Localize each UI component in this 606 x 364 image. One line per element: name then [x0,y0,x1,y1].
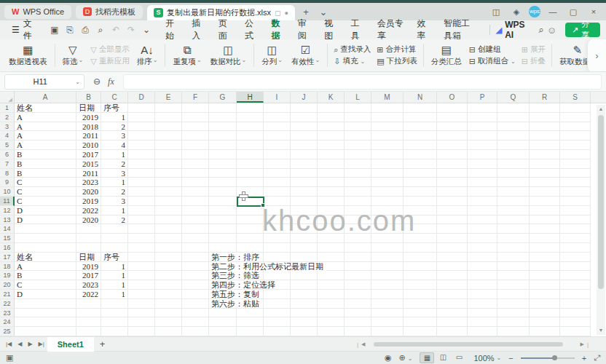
cell-P24[interactable] [468,317,497,327]
row-header-5[interactable]: 5 [0,141,15,150]
cell-R6[interactable] [530,150,560,159]
cell-B2[interactable]: 2019 [76,113,101,122]
cell-Q10[interactable] [497,187,530,197]
cell-S10[interactable] [560,187,591,197]
cell-K19[interactable] [318,271,345,280]
cell-E18[interactable] [155,262,182,272]
column-header-O[interactable]: O [437,92,468,103]
cell-C16[interactable] [101,243,128,253]
selection-mode-icon[interactable]: ⊕ ⌄ [398,353,412,363]
cell-S11[interactable] [560,197,591,206]
cell-N19[interactable] [404,271,437,280]
cell-F9[interactable] [182,178,209,187]
row-header-15[interactable]: 15 [0,234,15,243]
cell-G19[interactable]: 第三步：筛选 [209,271,237,280]
cell-R12[interactable] [530,206,560,215]
cell-O16[interactable] [437,243,468,253]
cell-Q15[interactable] [497,234,530,243]
cell-B10[interactable]: 2020 [76,187,101,197]
cell-Q5[interactable] [497,141,530,150]
column-header-P[interactable]: P [468,92,497,103]
cell-H25[interactable] [237,327,264,336]
cell-O6[interactable] [437,150,468,159]
cell-R25[interactable] [530,327,560,336]
cell-Q14[interactable] [497,224,530,234]
cell-D15[interactable] [128,234,155,243]
toolbar-合并计算[interactable]: ⊞合并计算 [374,44,419,55]
cell-D7[interactable] [128,159,155,169]
cell-O25[interactable] [437,327,468,336]
scroll-up-icon[interactable]: ▲ [599,105,604,114]
cell-K10[interactable] [318,187,345,197]
cell-J16[interactable] [291,243,318,253]
cell-S19[interactable] [560,271,591,280]
cell-G15[interactable] [209,234,237,243]
cell-E22[interactable] [155,299,182,309]
tab-docer-templates[interactable]: D 找稻壳模板 [76,5,143,19]
cell-S24[interactable] [560,317,591,327]
cell-E9[interactable] [155,178,182,187]
cell-S15[interactable] [560,234,591,243]
cell-I4[interactable] [264,131,291,141]
row-header-9[interactable]: 9 [0,178,15,187]
cell-B23[interactable] [76,309,101,318]
zoom-caret-icon[interactable]: ⌄ [497,355,502,361]
cell-C6[interactable]: 1 [101,150,128,159]
cell-J2[interactable] [291,113,318,122]
cell-S23[interactable] [560,309,591,318]
cell-C9[interactable]: 1 [101,178,128,187]
add-sheet-button[interactable]: + [94,339,111,349]
cell-C5[interactable]: 4 [101,141,128,150]
cell-C22[interactable] [101,299,128,309]
cell-E3[interactable] [155,122,182,132]
cell-G8[interactable] [209,169,237,178]
cell-R5[interactable] [530,141,560,150]
cell-G2[interactable] [209,113,237,122]
cell-B7[interactable]: 2015 [76,159,101,169]
cell-P23[interactable] [468,309,497,318]
insert-function-icon[interactable]: fx [108,76,114,87]
cell-L3[interactable] [345,122,371,132]
cell-D5[interactable] [128,141,155,150]
cell-M10[interactable] [371,187,404,197]
cell-B24[interactable] [76,317,101,327]
row-header-8[interactable]: 8 [0,169,15,178]
cell-F5[interactable] [182,141,209,150]
cell-F6[interactable] [182,150,209,159]
cell-I6[interactable] [264,150,291,159]
cell-C10[interactable]: 2 [101,187,128,197]
cell-E12[interactable] [155,206,182,215]
cell-B3[interactable]: 2018 [76,122,101,132]
cell-J9[interactable] [291,178,318,187]
cell-A23[interactable] [15,309,76,318]
cell-Q12[interactable] [497,206,530,215]
cell-H4[interactable] [237,131,264,141]
cell-N9[interactable] [404,178,437,187]
normal-view-button[interactable]: ▦ [420,352,434,363]
cell-I5[interactable] [264,141,291,150]
cell-G24[interactable] [209,317,237,327]
cell-Q8[interactable] [497,169,530,178]
toolbar-分列[interactable]: ◫分列⌄ [258,41,286,70]
cell-A14[interactable] [15,224,76,234]
cell-S4[interactable] [560,131,591,141]
row-header-3[interactable]: 3 [0,122,15,132]
cell-S13[interactable] [560,215,591,225]
cell-R20[interactable] [530,280,560,290]
zoom-out-formula-icon[interactable]: ⊖ [93,76,101,87]
cell-Q13[interactable] [497,215,530,225]
cell-E24[interactable] [155,317,182,327]
cell-C4[interactable]: 3 [101,131,128,141]
cell-H7[interactable] [237,159,264,169]
cell-M4[interactable] [371,131,404,141]
cell-A22[interactable] [15,299,76,309]
cell-J6[interactable] [291,150,318,159]
column-header-D[interactable]: D [128,92,155,103]
toolbar-创建组[interactable]: ⊟创建组 [467,44,518,55]
cell-D4[interactable] [128,131,155,141]
cell-O21[interactable] [437,290,468,299]
cell-N6[interactable] [404,150,437,159]
file-menu-button[interactable]: ☰ 文件 [6,17,42,42]
cell-K23[interactable] [318,309,345,318]
cell-A19[interactable]: B [15,271,76,280]
